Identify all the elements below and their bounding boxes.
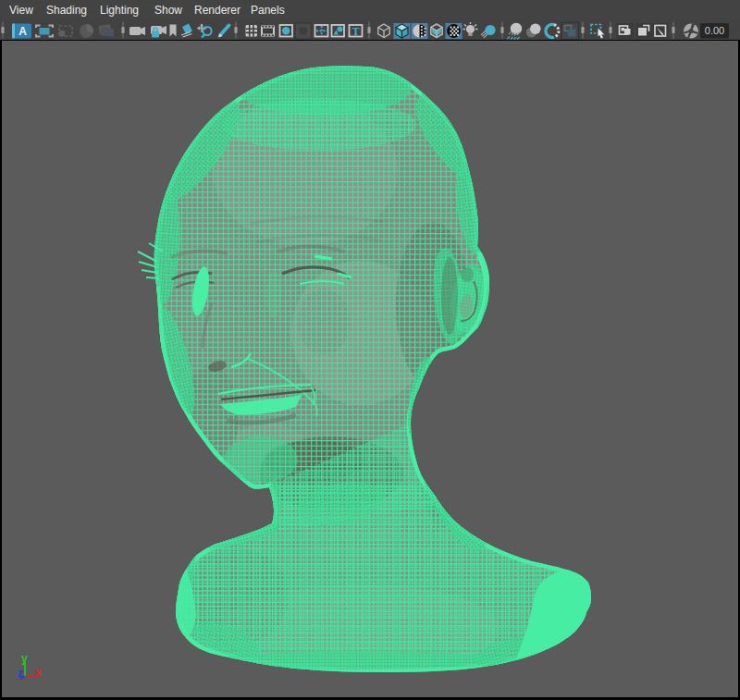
svg-text:z: z xyxy=(18,667,23,680)
svg-text:x: x xyxy=(35,666,42,679)
svg-text:y: y xyxy=(21,652,28,665)
